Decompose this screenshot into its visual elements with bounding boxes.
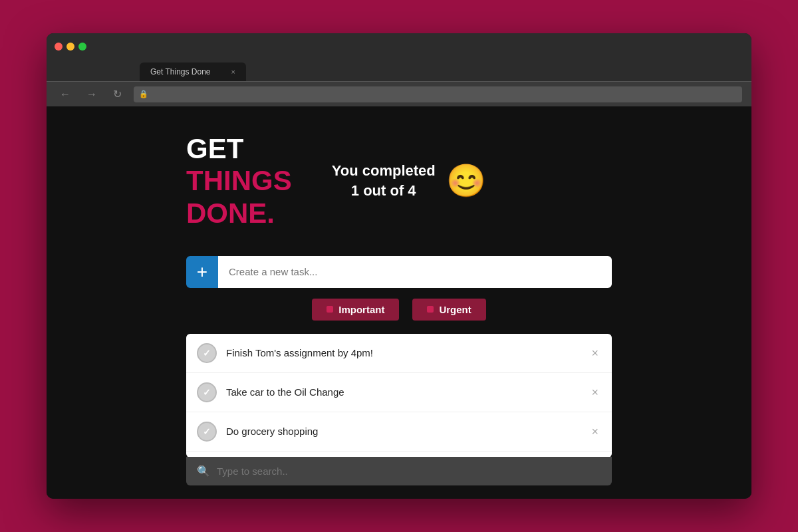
completion-text: You completed 1 out of 4 bbox=[332, 161, 436, 202]
completion-emoji: 😊 bbox=[446, 162, 486, 200]
desktop-background: Get Things Done × ← → ↻ 🔒 GET THINGS DON… bbox=[0, 0, 798, 532]
checkmark-3: ✓ bbox=[203, 426, 211, 437]
task-remove-2[interactable]: × bbox=[589, 386, 601, 398]
task-checkbox-1[interactable]: ✓ bbox=[197, 343, 217, 363]
traffic-light-close[interactable] bbox=[55, 43, 63, 51]
filter-important-button[interactable]: Important bbox=[312, 299, 399, 321]
browser-tab[interactable]: Get Things Done × bbox=[140, 63, 246, 81]
important-dot bbox=[327, 306, 333, 313]
task-text-1: Finish Tom's assignment by 4pm! bbox=[226, 347, 579, 358]
task-text-3: Do grocery shopping bbox=[226, 426, 579, 437]
completion-label: You completed bbox=[332, 162, 436, 179]
filter-urgent-label: Urgent bbox=[439, 304, 471, 315]
task-item: ✓ Finish Tom's assignment by 4pm! × bbox=[186, 334, 612, 373]
title-done: DONE. bbox=[186, 198, 292, 229]
filter-row: Important Urgent bbox=[186, 299, 612, 321]
browser-titlebar bbox=[47, 33, 751, 60]
title-things: THINGS bbox=[186, 165, 292, 197]
back-button[interactable]: ← bbox=[56, 86, 74, 103]
task-item: ✓ Take car to the Oil Change × bbox=[186, 373, 612, 412]
search-input[interactable] bbox=[217, 466, 601, 477]
header-section: GET THINGS DONE. You completed 1 out of … bbox=[186, 133, 612, 229]
task-remove-1[interactable]: × bbox=[589, 347, 601, 359]
search-icon: 🔍 bbox=[197, 465, 210, 477]
task-checkbox-3[interactable]: ✓ bbox=[197, 422, 217, 442]
new-task-input[interactable] bbox=[218, 256, 612, 288]
browser-window: Get Things Done × ← → ↻ 🔒 GET THINGS DON… bbox=[47, 33, 751, 499]
title-get: GET bbox=[186, 133, 292, 165]
tab-bar: Get Things Done × bbox=[47, 60, 751, 81]
lock-icon: 🔒 bbox=[139, 90, 148, 98]
search-bar: 🔍 bbox=[186, 457, 612, 485]
checkmark-1: ✓ bbox=[203, 348, 211, 358]
traffic-light-maximize[interactable] bbox=[78, 43, 86, 51]
app-title: GET THINGS DONE. bbox=[186, 133, 292, 229]
add-task-button[interactable]: + bbox=[186, 256, 218, 288]
completion-section: You completed 1 out of 4 😊 bbox=[332, 161, 486, 202]
page-content: GET THINGS DONE. You completed 1 out of … bbox=[47, 106, 751, 499]
new-task-row: + bbox=[186, 256, 612, 288]
filter-urgent-button[interactable]: Urgent bbox=[412, 299, 485, 321]
checkmark-2: ✓ bbox=[203, 387, 211, 398]
task-checkbox-2[interactable]: ✓ bbox=[197, 382, 217, 402]
completion-count: 1 out of 4 bbox=[351, 182, 416, 199]
task-item: ✓ Do grocery shopping × bbox=[186, 412, 612, 452]
address-bar[interactable]: 🔒 bbox=[134, 86, 742, 102]
urgent-dot bbox=[427, 306, 434, 313]
forward-button[interactable]: → bbox=[82, 86, 101, 103]
task-text-2: Take car to the Oil Change bbox=[226, 386, 579, 398]
filter-important-label: Important bbox=[338, 304, 384, 315]
refresh-button[interactable]: ↻ bbox=[109, 85, 126, 103]
task-list: ✓ Finish Tom's assignment by 4pm! × ✓ Ta… bbox=[186, 334, 612, 458]
tab-close-button[interactable]: × bbox=[231, 68, 235, 76]
tab-title: Get Things Done bbox=[150, 67, 211, 76]
task-remove-3[interactable]: × bbox=[589, 426, 601, 438]
traffic-light-minimize[interactable] bbox=[66, 43, 74, 51]
browser-toolbar: ← → ↻ 🔒 bbox=[47, 81, 751, 106]
